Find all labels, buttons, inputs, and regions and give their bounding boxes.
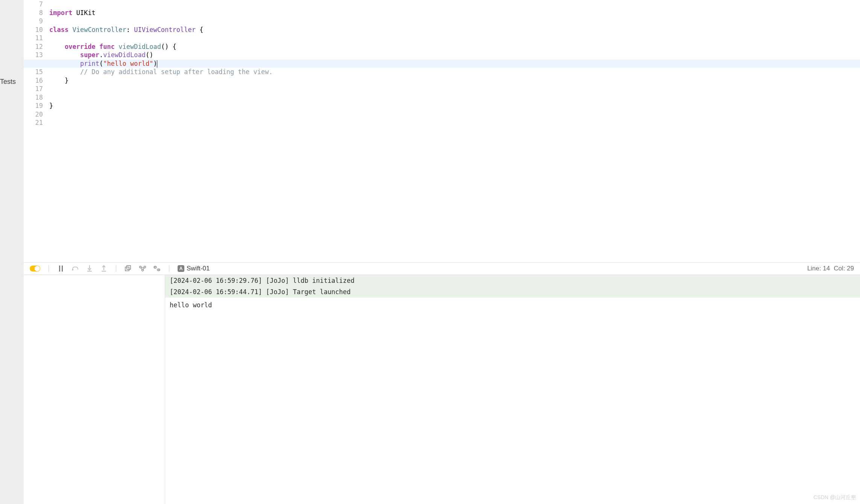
line-number[interactable]: 9 (24, 17, 45, 26)
console-output[interactable]: [2024-02-06 16:59:29.76] [JoJo] lldb ini… (165, 275, 860, 504)
code-line[interactable] (49, 34, 860, 43)
console-log-line: [2024-02-06 16:59:44.71] [JoJo] Target l… (165, 286, 860, 298)
line-number[interactable]: 8 (24, 9, 45, 17)
code-line[interactable]: override func viewDidLoad() { (49, 43, 860, 51)
svg-point-8 (140, 266, 141, 268)
line-number[interactable]: 16 (24, 76, 45, 85)
environment-overrides-icon[interactable] (153, 265, 161, 272)
memory-graph-icon[interactable] (139, 265, 146, 272)
svg-rect-6 (125, 267, 129, 271)
sidebar-text-tests[interactable]: Tests (0, 78, 16, 86)
view-debugger-icon[interactable] (125, 265, 132, 272)
code-line[interactable]: } (49, 102, 860, 110)
line-number[interactable]: 13 (24, 51, 45, 59)
line-number[interactable]: 17 (24, 85, 45, 93)
line-number[interactable]: 21 (24, 118, 45, 127)
code-line[interactable] (49, 0, 860, 9)
line-number[interactable]: 18 (24, 93, 45, 102)
line-number[interactable]: 20 (24, 110, 45, 119)
code-line[interactable]: print("hello world") (24, 59, 860, 68)
svg-point-10 (142, 269, 144, 271)
separator (49, 265, 49, 272)
svg-point-16 (155, 267, 155, 267)
code-line[interactable]: } (49, 76, 860, 85)
line-number[interactable]: 7 (24, 0, 45, 9)
cursor-col-label: Col: 29 (834, 265, 854, 272)
variables-panel[interactable] (24, 275, 165, 504)
svg-line-12 (141, 268, 142, 269)
debug-console-area: [2024-02-06 16:59:29.76] [JoJo] lldb ini… (24, 275, 860, 504)
console-log-line: [2024-02-06 16:59:29.76] [JoJo] lldb ini… (165, 275, 860, 286)
app-icon: A (178, 265, 184, 272)
text-cursor (157, 60, 158, 68)
code-line[interactable] (49, 110, 860, 119)
watermark: CSDN @山河丘壑 (813, 494, 856, 501)
code-line[interactable] (49, 93, 860, 102)
svg-line-13 (143, 268, 144, 269)
navigator-sidebar: Tests (0, 0, 24, 504)
line-number[interactable]: 19 (24, 102, 45, 110)
svg-rect-7 (127, 266, 131, 269)
pause-icon[interactable] (57, 265, 65, 272)
console-output-line: hello world (165, 298, 860, 310)
debug-toolbar: A Swift-01 Line: 14 Col: 29 (24, 262, 860, 275)
code-editor[interactable]: 789101112131415161718192021 import UIKit… (24, 0, 860, 262)
svg-rect-0 (59, 266, 60, 272)
code-line[interactable] (49, 118, 860, 127)
line-number[interactable]: 12 (24, 43, 45, 51)
scheme-selector[interactable]: A Swift-01 (178, 265, 210, 272)
cursor-line-label: Line: 14 (807, 265, 830, 272)
code-line[interactable]: class ViewController: UIViewController { (49, 26, 860, 34)
line-number[interactable]: 10 (24, 26, 45, 34)
scheme-name: Swift-01 (187, 265, 210, 272)
line-number[interactable]: 11 (24, 34, 45, 43)
code-line[interactable] (49, 17, 860, 26)
step-over-icon[interactable] (71, 265, 79, 272)
step-out-icon[interactable] (100, 265, 108, 272)
separator (116, 265, 116, 272)
svg-rect-1 (62, 266, 63, 272)
line-number[interactable]: 15 (24, 68, 45, 76)
separator (169, 265, 169, 272)
breakpoint-toggle[interactable] (30, 266, 40, 272)
step-into-icon[interactable] (86, 265, 93, 272)
code-line[interactable]: import UIKit (49, 9, 860, 17)
svg-point-17 (158, 269, 159, 270)
line-gutter: 789101112131415161718192021 (24, 0, 45, 262)
code-line[interactable] (49, 85, 860, 93)
code-line[interactable]: // Do any additional setup after loading… (49, 68, 860, 76)
svg-point-9 (144, 266, 146, 268)
code-content[interactable]: import UIKitclass ViewController: UIView… (49, 0, 860, 127)
code-line[interactable]: super.viewDidLoad() (49, 51, 860, 59)
